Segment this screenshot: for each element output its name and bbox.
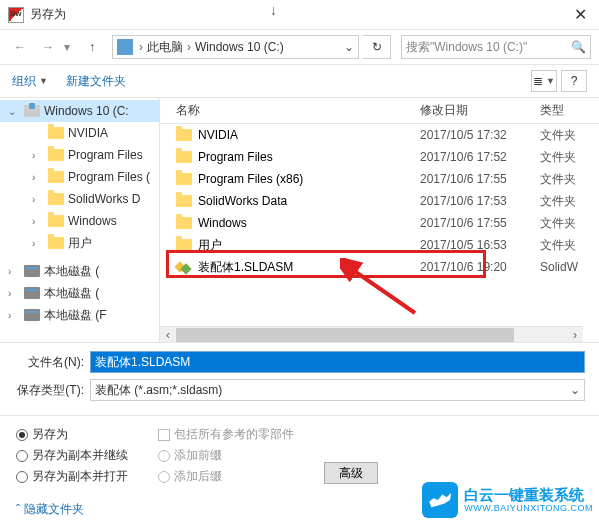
scroll-left-icon[interactable]: ‹	[160, 327, 176, 342]
folder-icon	[48, 237, 64, 249]
file-row[interactable]: Program Files2017/10/6 17:52文件夹	[160, 146, 599, 168]
scroll-right-icon[interactable]: ›	[567, 327, 583, 342]
tree-expander-icon[interactable]: ›	[32, 216, 44, 227]
solidworks-icon	[8, 7, 24, 23]
file-name: SolidWorks Data	[198, 194, 287, 208]
file-name: Windows	[198, 216, 247, 230]
file-date: 2017/10/6 17:52	[420, 150, 540, 164]
view-button[interactable]: ≣▼	[531, 70, 557, 92]
tree-item[interactable]: ›Program Files (	[0, 166, 159, 188]
navigation-bar: ← → ▾ ↑ › 此电脑 › Windows 10 (C:) ⌄ ↻ 搜索"W…	[0, 30, 599, 64]
advanced-button[interactable]: 高级	[324, 462, 378, 484]
folder-tree[interactable]: ⌄Windows 10 (C:NVIDIA›Program Files›Prog…	[0, 98, 160, 342]
tree-item[interactable]: NVIDIA	[0, 122, 159, 144]
drive-icon	[24, 287, 40, 299]
folder-icon	[48, 127, 64, 139]
nav-up-button[interactable]: ↑	[80, 35, 104, 59]
tree-item[interactable]: ›本地磁盘 (F	[0, 304, 159, 326]
breadcrumb-dropdown-icon[interactable]: ⌄	[344, 40, 354, 54]
scrollbar-thumb[interactable]	[176, 328, 514, 342]
radio-icon	[16, 471, 28, 483]
radio-save-copy-open[interactable]: 另存为副本并打开	[16, 468, 128, 485]
filetype-select[interactable]: 装配体 (*.asm;*.sldasm) ⌄	[90, 379, 585, 401]
file-date: 2017/10/5 17:32	[420, 128, 540, 142]
tree-expander-icon[interactable]: ›	[8, 266, 20, 277]
radio-icon	[158, 450, 170, 462]
chevron-down-icon: ▼	[39, 76, 48, 86]
tree-item[interactable]: ›本地磁盘 (	[0, 282, 159, 304]
file-row[interactable]: Windows2017/10/6 17:55文件夹	[160, 212, 599, 234]
tree-expander-icon[interactable]: ›	[32, 172, 44, 183]
new-folder-button[interactable]: 新建文件夹	[66, 73, 126, 90]
filename-label: 文件名(N):	[14, 354, 90, 371]
chevron-right-icon[interactable]: ›	[137, 40, 145, 54]
chevron-right-icon[interactable]: ›	[185, 40, 193, 54]
folder-icon	[176, 129, 192, 141]
watermark-logo-icon	[422, 482, 458, 518]
window-title: 另存为	[30, 6, 570, 23]
assembly-icon	[176, 259, 192, 275]
radio-save-as[interactable]: 另存为	[16, 426, 128, 443]
search-input[interactable]: 搜索"Windows 10 (C:)" 🔍	[401, 35, 591, 59]
file-name: NVIDIA	[198, 128, 238, 142]
explorer-pane: ⌄Windows 10 (C:NVIDIA›Program Files›Prog…	[0, 98, 599, 342]
reference-options: 包括所有参考的零部件 添加前缀 添加后缀	[158, 426, 294, 485]
tree-expander-icon[interactable]: ›	[8, 310, 20, 321]
file-row[interactable]: NVIDIA2017/10/5 17:32文件夹	[160, 124, 599, 146]
file-type: 文件夹	[540, 237, 599, 254]
breadcrumb-root[interactable]: 此电脑	[145, 39, 185, 56]
radio-icon	[16, 450, 28, 462]
watermark-url: WWW.BAIYUNXITONG.COM	[464, 503, 593, 513]
tree-item[interactable]: ›Windows	[0, 210, 159, 232]
watermark: 白云一键重装系统 WWW.BAIYUNXITONG.COM	[422, 482, 593, 518]
header-type[interactable]: 类型	[540, 102, 599, 119]
tree-item[interactable]: ⌄Windows 10 (C:	[0, 100, 159, 122]
breadcrumb[interactable]: › 此电脑 › Windows 10 (C:) ⌄	[112, 35, 359, 59]
refresh-button[interactable]: ↻	[363, 35, 391, 59]
drive-icon	[24, 265, 40, 277]
folder-icon	[176, 151, 192, 163]
tree-expander-icon[interactable]: ›	[8, 288, 20, 299]
radio-save-copy-continue[interactable]: 另存为副本并继续	[16, 447, 128, 464]
file-row[interactable]: Program Files (x86)2017/10/6 17:55文件夹	[160, 168, 599, 190]
header-date[interactable]: 修改日期	[420, 102, 540, 119]
close-button[interactable]: ✕	[570, 5, 591, 24]
titlebar: 另存为 ✕	[0, 0, 599, 30]
chevron-down-icon: ⌄	[570, 383, 580, 397]
tree-expander-icon[interactable]: ›	[32, 238, 44, 249]
file-row[interactable]: SolidWorks Data2017/10/6 17:53文件夹	[160, 190, 599, 212]
folder-icon	[176, 217, 192, 229]
radio-icon	[158, 471, 170, 483]
header-name[interactable]: 名称	[160, 102, 420, 119]
help-button[interactable]: ?	[561, 70, 587, 92]
tree-expander-icon[interactable]: ›	[32, 150, 44, 161]
file-row[interactable]: 装配体1.SLDASM2017/10/6 19:20SolidW	[160, 256, 599, 278]
tree-item[interactable]: ›SolidWorks D	[0, 188, 159, 210]
tree-item[interactable]: ›本地磁盘 (	[0, 260, 159, 282]
tree-label: 本地磁盘 (F	[44, 307, 107, 324]
file-type: 文件夹	[540, 215, 599, 232]
file-row[interactable]: 用户2017/10/5 16:53文件夹	[160, 234, 599, 256]
tree-item[interactable]: ›Program Files	[0, 144, 159, 166]
tree-label: 本地磁盘 (	[44, 285, 99, 302]
tree-item[interactable]: ›用户	[0, 232, 159, 254]
organize-button[interactable]: 组织▼	[12, 73, 48, 90]
save-mode-radios: 另存为 另存为副本并继续 另存为副本并打开	[16, 426, 128, 485]
nav-back-button[interactable]: ←	[8, 35, 32, 59]
file-list[interactable]: 名称 修改日期 类型 NVIDIA2017/10/5 17:32文件夹Progr…	[160, 98, 599, 342]
breadcrumb-drive[interactable]: Windows 10 (C:)	[193, 40, 286, 54]
tree-expander-icon[interactable]: ⌄	[8, 106, 20, 117]
file-list-header: 名称 修改日期 类型	[160, 98, 599, 124]
radio-add-suffix: 添加后缀	[158, 468, 294, 485]
nav-history-dropdown[interactable]: ▾	[64, 40, 76, 54]
tree-label: Program Files	[68, 148, 143, 162]
folder-icon	[176, 239, 192, 251]
file-type: 文件夹	[540, 149, 599, 166]
tree-label: NVIDIA	[68, 126, 108, 140]
file-date: 2017/10/6 17:53	[420, 194, 540, 208]
win-drive-icon	[24, 105, 40, 117]
tree-expander-icon[interactable]: ›	[32, 194, 44, 205]
filename-input[interactable]	[90, 351, 585, 373]
horizontal-scrollbar[interactable]: ‹ ›	[160, 326, 583, 342]
pc-icon	[117, 39, 133, 55]
